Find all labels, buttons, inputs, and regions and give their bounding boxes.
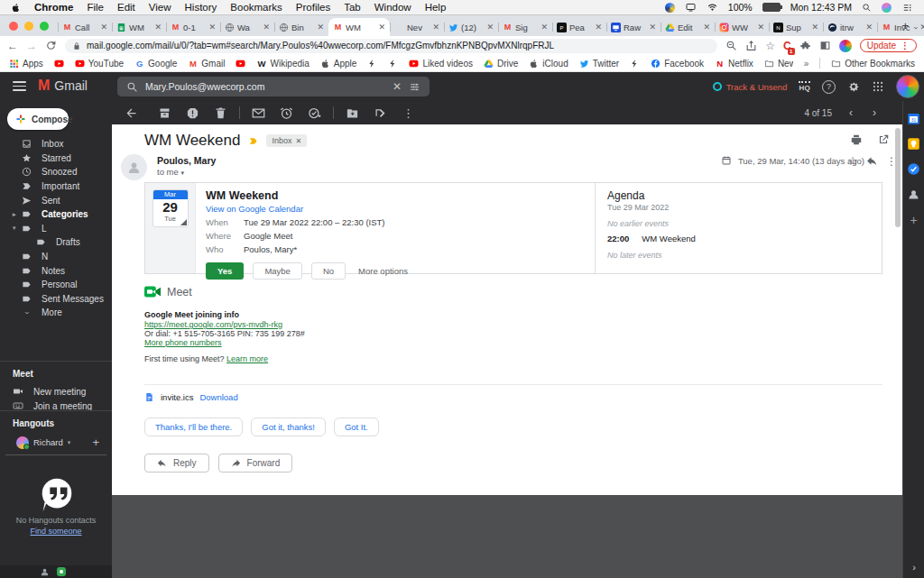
ssl-lock-icon[interactable]	[72, 41, 81, 50]
reply-icon[interactable]	[866, 155, 878, 167]
rsvp-no-button[interactable]: No	[311, 262, 346, 280]
browser-tab-sup[interactable]: NSup✕	[769, 18, 823, 36]
get-addons-button[interactable]: +	[903, 213, 924, 227]
bookmark-drive[interactable]: Drive	[484, 59, 518, 69]
more-phone-numbers-link[interactable]: More phone numbers	[144, 338, 222, 347]
wifi-icon[interactable]	[707, 3, 718, 13]
menu-item-window[interactable]: Window	[374, 2, 411, 13]
control-center-icon[interactable]	[901, 3, 913, 13]
update-chrome-button[interactable]: Update⋮	[860, 39, 917, 52]
search-icon[interactable]	[126, 81, 138, 93]
sidebar-item-n[interactable]: N	[0, 250, 112, 264]
report-spam-icon[interactable]	[186, 106, 199, 120]
browser-tab-bin[interactable]: Bin✕	[274, 18, 328, 36]
bookmark-netflix[interactable]: NNetflix	[715, 59, 753, 69]
close-tab-icon[interactable]: ✕	[486, 23, 494, 32]
bookmark-icloud[interactable]: iCloud	[529, 59, 568, 69]
gmail-search-input[interactable]: Mary.Poulos@wwecorp.com ✕	[117, 77, 430, 96]
bookmark-star-icon[interactable]: ☆	[765, 40, 775, 52]
sidebar-item-important[interactable]: Important	[0, 179, 112, 194]
browser-tab-call[interactable]: MCall✕	[58, 18, 112, 36]
newer-email-button[interactable]: ‹	[839, 106, 863, 119]
person-status-icon[interactable]	[40, 567, 50, 577]
hangouts-user-row[interactable]: Richard ▾ +	[5, 434, 106, 455]
extensions-puzzle-icon[interactable]	[799, 40, 811, 51]
close-tab-icon[interactable]: ✕	[919, 23, 924, 32]
browser-tab-itrw[interactable]: itrw✕	[823, 18, 877, 36]
bookmark-google[interactable]: GGoogle	[134, 59, 177, 69]
bookmark-apple[interactable]: Apple	[320, 59, 357, 69]
sender-avatar[interactable]	[121, 154, 147, 180]
side-panel-tasks-icon[interactable]	[907, 162, 920, 176]
menu-app-name[interactable]: Chrome	[34, 2, 73, 13]
reply-button[interactable]: Reply	[144, 454, 209, 472]
back-to-list-button[interactable]	[125, 106, 138, 120]
expand-caret-icon[interactable]: ▾	[13, 225, 22, 232]
zoom-icon[interactable]	[725, 40, 737, 51]
bookmark-youtube[interactable]: YouTube	[75, 59, 124, 69]
mark-unread-icon[interactable]	[252, 106, 265, 120]
download-link[interactable]: Download	[199, 392, 237, 402]
sidebar-item-sent-messages[interactable]: Sent Messages	[0, 292, 112, 307]
delete-icon[interactable]	[214, 106, 227, 120]
close-tab-icon[interactable]: ✕	[432, 23, 439, 32]
browser-tab-wm[interactable]: WM✕	[112, 18, 166, 36]
clear-search-icon[interactable]: ✕	[393, 80, 402, 93]
forward-button[interactable]: Forward	[218, 454, 293, 472]
extension-c-icon[interactable]: C1	[783, 40, 791, 52]
close-tab-icon[interactable]: ✕	[811, 23, 818, 32]
sidebar-item-starred[interactable]: Starred	[0, 151, 112, 166]
learn-more-link[interactable]: Learn more	[226, 354, 268, 363]
open-in-new-icon[interactable]	[877, 133, 890, 146]
side-panel-calendar-icon[interactable]: 31	[907, 112, 920, 125]
browser-tab-nev[interactable]: Nev✕	[390, 18, 444, 36]
smart-reply-chip[interactable]: Thanks, I'll be there.	[144, 417, 243, 436]
minimize-window-button[interactable]	[24, 22, 33, 31]
side-panel-icon[interactable]	[819, 40, 831, 51]
archive-icon[interactable]	[158, 106, 171, 120]
move-to-icon[interactable]	[346, 106, 359, 120]
bookmark-bolt[interactable]	[367, 59, 377, 69]
attachment-name[interactable]: invite.ics	[161, 392, 193, 402]
window-controls[interactable]	[9, 22, 49, 31]
menu-item-profiles[interactable]: Profiles	[296, 2, 330, 13]
menu-item-tab[interactable]: Tab	[344, 2, 361, 13]
browser-tab-edit[interactable]: Edit✕	[661, 18, 715, 36]
bookmark-liked-videos[interactable]: Liked videos	[409, 59, 473, 69]
new-hangout-button[interactable]: +	[92, 436, 99, 449]
side-panel-keep-icon[interactable]	[907, 137, 920, 151]
sidebar-item-more[interactable]: ›More	[0, 306, 112, 320]
sidebar-item-notes[interactable]: Notes	[0, 263, 112, 278]
screen-mirroring-icon[interactable]	[685, 2, 697, 13]
sidebar-item-drafts[interactable]: Drafts	[0, 235, 112, 250]
bookmark-twitter[interactable]: Twitter	[579, 59, 619, 69]
menu-item-view[interactable]: View	[149, 2, 171, 13]
sender-name[interactable]: Poulos, Mary	[157, 155, 216, 166]
rsvp-maybe-button[interactable]: Maybe	[253, 262, 302, 280]
close-tab-icon[interactable]: ✕	[703, 23, 710, 32]
spotlight-icon[interactable]	[862, 3, 872, 13]
side-panel-contacts-icon[interactable]	[907, 188, 920, 201]
bookmark-news[interactable]: News	[764, 59, 793, 69]
view-on-google-calendar-link[interactable]: View on Google Calendar	[206, 204, 595, 214]
track-unsend-extension[interactable]: Track & Unsend	[713, 82, 788, 92]
recipient-text[interactable]: to me ▾	[157, 167, 184, 177]
add-to-tasks-icon[interactable]	[308, 106, 321, 120]
agenda-event[interactable]: 22:00 WM Weekend	[607, 234, 882, 243]
maximize-window-button[interactable]	[40, 22, 49, 31]
bookmark-youtube[interactable]	[236, 59, 245, 69]
sidebar-item-inbox[interactable]: Inbox	[0, 137, 112, 151]
browser-tab-pea[interactable]: PPea✕	[552, 18, 606, 36]
star-email-icon[interactable]: ☆	[847, 154, 858, 168]
url-text[interactable]: mail.google.com/mail/u/0/?tab=wm#search/…	[87, 41, 554, 50]
sidebar-item-snoozed[interactable]: Snoozed	[0, 165, 112, 179]
gmail-logo[interactable]: M Gmail	[38, 78, 88, 94]
smart-reply-chip[interactable]: Got It.	[334, 417, 379, 436]
close-tab-icon[interactable]: ✕	[649, 23, 656, 32]
google-apps-grid-icon[interactable]	[872, 80, 884, 93]
share-icon[interactable]	[745, 40, 757, 51]
sidebar-item-categories[interactable]: ▸Categories	[0, 207, 112, 222]
more-email-options-icon[interactable]: ⋮	[886, 155, 897, 168]
bookmarks-overflow-chevron[interactable]: »	[804, 59, 809, 69]
bookmark-youtube[interactable]	[54, 59, 64, 69]
